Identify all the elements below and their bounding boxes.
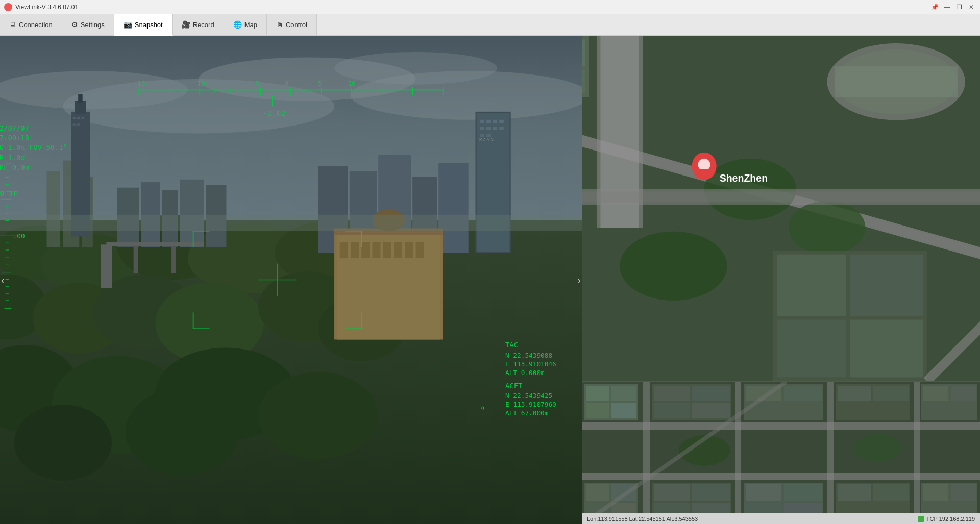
tab-connection-label: Connection	[19, 21, 53, 29]
svg-rect-219	[654, 403, 690, 418]
svg-text:✈: ✈	[481, 403, 485, 412]
map-bottom[interactable]: Lon:113.911558 Lat:22.545151 Alt:3.54355…	[582, 381, 980, 524]
titlebar: ViewLink-V 3.4.6 07.01 📌 — ❐ ✕	[0, 0, 980, 14]
svg-text:0: 0	[284, 80, 288, 87]
titlebar-left: ViewLink-V 3.4.6 07.01	[4, 3, 78, 11]
svg-rect-212	[586, 386, 609, 401]
svg-rect-220	[692, 403, 730, 418]
svg-rect-236	[654, 484, 690, 501]
svg-rect-207	[643, 382, 650, 524]
map-top[interactable]: ShenZhen 2000km N 0.01 👤	[582, 36, 980, 381]
control-icon: 🖱	[276, 20, 283, 29]
tab-settings-label: Settings	[81, 21, 105, 29]
svg-text:TAC: TAC	[505, 341, 518, 349]
pin-button[interactable]: 📌	[930, 3, 939, 12]
svg-text:NO TF: NO TF	[0, 189, 18, 198]
svg-rect-228	[923, 386, 948, 401]
tab-connection[interactable]: 🖥 Connection	[0, 14, 62, 35]
tab-settings[interactable]: ⚙ Settings	[62, 14, 114, 35]
svg-rect-226	[873, 386, 909, 401]
svg-text:E    113.9107960: E 113.9107960	[505, 401, 556, 408]
svg-text:22/07/07: 22/07/07	[0, 124, 29, 132]
svg-rect-223	[784, 386, 822, 401]
navbar: 🖥 Connection ⚙ Settings 📷 Snapshot 🎥 Rec…	[0, 14, 980, 36]
svg-text:5: 5	[318, 80, 322, 87]
svg-point-252	[855, 434, 901, 462]
svg-rect-208	[735, 382, 741, 524]
svg-rect-231	[586, 484, 609, 501]
tab-record-label: Record	[193, 21, 214, 29]
close-button[interactable]: ✕	[967, 3, 976, 12]
svg-text:N     22.5439425: N 22.5439425	[505, 392, 552, 400]
svg-rect-241	[746, 484, 781, 501]
svg-rect-178	[582, 191, 980, 202]
map-top-view: ShenZhen 2000km N 0.01 👤	[582, 36, 980, 381]
tab-control-label: Control	[286, 21, 307, 29]
svg-text:EO  1.0x FOV 58.1°: EO 1.0x FOV 58.1°	[0, 143, 67, 152]
statusbar: Lon:113.911558 Lat:22.545151 Alt:3.54355…	[582, 513, 980, 524]
map-panel: ShenZhen 2000km N 0.01 👤	[582, 36, 980, 524]
svg-rect-225	[838, 386, 871, 401]
svg-rect-250	[951, 484, 976, 501]
svg-rect-205	[582, 422, 980, 430]
settings-icon: ⚙	[71, 20, 78, 29]
svg-text:17:00:18: 17:00:18	[0, 134, 29, 142]
video-area: K J A N	[0, 36, 582, 524]
svg-text:E    113.9101046: E 113.9101046	[505, 360, 556, 368]
svg-rect-164	[582, 40, 585, 67]
statusbar-coords: Lon:113.911558 Lat:22.545151 Alt:3.54355…	[587, 516, 698, 522]
svg-text:LRF 0.0m: LRF 0.0m	[0, 163, 29, 171]
svg-rect-188	[850, 320, 923, 378]
svg-text:10: 10	[348, 80, 356, 87]
video-feed: K J A N	[0, 36, 582, 524]
svg-point-176	[620, 232, 727, 301]
record-icon: 🎥	[182, 20, 190, 29]
next-arrow[interactable]: ›	[577, 274, 581, 286]
tcp-address: TCP 192.168.2.119	[926, 516, 975, 522]
svg-text:.00: .00	[13, 232, 25, 240]
app-icon	[4, 3, 12, 11]
tab-snapshot[interactable]: 📷 Snapshot	[114, 14, 173, 36]
main-content: K J A N	[0, 36, 980, 524]
svg-text:ACFT: ACFT	[505, 382, 522, 390]
svg-rect-247	[873, 484, 909, 501]
connection-icon: 🖥	[9, 20, 16, 29]
svg-point-175	[789, 201, 865, 254]
tab-control[interactable]: 🖱 Control	[267, 14, 317, 35]
svg-rect-215	[611, 403, 636, 418]
svg-text:-15: -15	[134, 80, 145, 87]
tab-map[interactable]: 🌐 Map	[224, 14, 267, 35]
svg-rect-229	[951, 386, 976, 401]
shenzhen-label: ShenZhen	[720, 172, 768, 184]
svg-point-191	[698, 159, 710, 171]
svg-text:-10: -10	[193, 80, 205, 87]
svg-text:ALT    67.000m: ALT 67.000m	[505, 409, 549, 417]
tab-record[interactable]: 🎥 Record	[173, 14, 224, 35]
svg-rect-206	[582, 473, 980, 480]
svg-rect-210	[914, 382, 920, 524]
svg-rect-246	[838, 484, 871, 501]
location-pin	[692, 153, 716, 180]
svg-rect-165	[582, 69, 585, 93]
svg-rect-185	[777, 255, 846, 316]
svg-text:-5: -5	[252, 80, 259, 87]
tab-map-label: Map	[244, 21, 257, 29]
map-icon: 🌐	[233, 20, 242, 29]
svg-rect-209	[827, 382, 834, 524]
svg-text:IR  1.0x: IR 1.0x	[0, 154, 25, 162]
restore-button[interactable]: ❐	[954, 3, 964, 12]
network-icon	[918, 516, 924, 522]
svg-rect-217	[654, 386, 690, 401]
app-title: ViewLink-V 3.4.6 07.01	[15, 4, 78, 11]
svg-rect-237	[692, 484, 730, 501]
svg-text:0-: 0-	[0, 232, 2, 239]
tab-snapshot-label: Snapshot	[135, 21, 163, 29]
minimize-button[interactable]: —	[942, 3, 951, 12]
map-bottom-view: Lon:113.911558 Lat:22.545151 Alt:3.54355…	[582, 382, 980, 524]
svg-rect-249	[923, 484, 948, 501]
snapshot-icon: 📷	[124, 20, 132, 29]
svg-text:N     22.5439088: N 22.5439088	[505, 352, 552, 359]
svg-text:ALT     0.000m: ALT 0.000m	[505, 369, 545, 377]
svg-rect-168	[835, 66, 958, 97]
prev-arrow[interactable]: ‹	[1, 274, 5, 286]
